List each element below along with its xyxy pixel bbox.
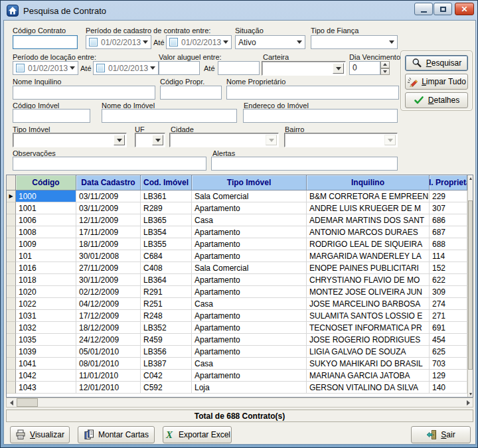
- scroll-left-button[interactable]: [7, 398, 16, 407]
- grid-cell[interactable]: Apartamento: [192, 310, 307, 322]
- table-row[interactable]: ▶100003/11/2009LB361Sala ComercialB&M CO…: [7, 190, 467, 202]
- table-row[interactable]: 104312/01/2010C592LojaGERSON VITALINO DA…: [7, 382, 467, 394]
- grid-cell[interactable]: 17/12/2009: [76, 310, 141, 322]
- grid-cell[interactable]: Apartamento: [192, 202, 307, 214]
- periodo-cadastro-to-datepicker[interactable]: 01/02/2013: [166, 35, 232, 49]
- date-enable-checkbox[interactable]: [96, 64, 105, 72]
- grid-cell[interactable]: R291: [141, 286, 192, 298]
- grid-cell[interactable]: RODRIGO LEAL DE SIQUEIRA: [307, 238, 430, 250]
- grid-cell[interactable]: MARGARIDA WANDERLEY LA: [307, 250, 430, 262]
- limpar-tudo-button[interactable]: Limpar Tudo: [405, 74, 468, 90]
- grid-cell[interactable]: 1042: [16, 370, 76, 382]
- grid-cell[interactable]: MONTEZ JOSE OLIVEIRA JUN: [307, 286, 430, 298]
- endereco-imovel-input[interactable]: [243, 109, 398, 123]
- nome-inquilino-input[interactable]: [13, 86, 155, 100]
- grid-cell[interactable]: GERSON VITALINO DA SILVA: [307, 382, 430, 394]
- grid-cell[interactable]: 1020: [16, 286, 76, 298]
- horizontal-scrollbar[interactable]: [6, 398, 473, 408]
- grid-cell[interactable]: Sala Comercial: [192, 262, 307, 274]
- grid-cell[interactable]: Apartamento: [192, 370, 307, 382]
- table-row[interactable]: 104211/01/2010C042ApartamentoMARIANA GAR…: [7, 370, 467, 382]
- grid-cell[interactable]: 1009: [16, 238, 76, 250]
- grid-cell[interactable]: Apartamento: [192, 286, 307, 298]
- grid-cell[interactable]: 03/11/2009: [76, 202, 141, 214]
- grid-cell[interactable]: Apartamento: [192, 346, 307, 358]
- grid-cell[interactable]: B&M CORRETORA E EMPREENDIMENTOS: [307, 190, 430, 202]
- date-enable-checkbox[interactable]: [89, 38, 98, 46]
- grid-cell[interactable]: 129: [430, 370, 467, 382]
- table-row[interactable]: 102002/12/2009R291ApartamentoMONTEZ JOSE…: [7, 286, 467, 298]
- codigo-contrato-input[interactable]: [13, 35, 78, 49]
- grid-cell[interactable]: 11/01/2010: [76, 370, 141, 382]
- exportar-excel-button[interactable]: X Exportar Excel: [163, 426, 232, 443]
- column-header-data-cadastro[interactable]: Data Cadastro: [76, 175, 141, 190]
- grid-cell[interactable]: C042: [141, 370, 192, 382]
- grid-cell[interactable]: 08/01/2010: [76, 358, 141, 370]
- combo-button[interactable]: [152, 135, 163, 145]
- minimize-button[interactable]: [414, 3, 433, 15]
- periodo-locacao-to-datepicker[interactable]: 01/02/2013: [93, 61, 159, 75]
- detalhes-button[interactable]: Detalhes: [405, 92, 468, 108]
- grid-cell[interactable]: LB354: [141, 226, 192, 238]
- alertas-input[interactable]: [211, 157, 398, 171]
- codigo-propr-input[interactable]: [160, 86, 222, 100]
- grid-cell[interactable]: 1032: [16, 322, 76, 334]
- date-enable-checkbox[interactable]: [16, 64, 25, 72]
- grid-cell[interactable]: 625: [430, 346, 467, 358]
- grid-cell[interactable]: 1031: [16, 310, 76, 322]
- grid-cell[interactable]: 1043: [16, 382, 76, 394]
- grid-cell[interactable]: Apartamento: [192, 250, 307, 262]
- tipo-fianca-select[interactable]: [311, 35, 398, 49]
- scroll-down-button[interactable]: [468, 391, 473, 397]
- grid-cell[interactable]: 1039: [16, 346, 76, 358]
- grid-cell[interactable]: 12/01/2010: [76, 382, 141, 394]
- grid-cell[interactable]: LB361: [141, 190, 192, 202]
- codigo-imovel-input[interactable]: [13, 109, 90, 123]
- grid-cell[interactable]: C684: [141, 250, 192, 262]
- grid-cell[interactable]: 1022: [16, 298, 76, 310]
- grid-cell[interactable]: 271: [430, 310, 467, 322]
- vertical-scrollbar[interactable]: [467, 175, 473, 397]
- grid-cell[interactable]: JOSE ROGERIO RODRIGUES: [307, 334, 430, 346]
- grid-cell[interactable]: LB352: [141, 322, 192, 334]
- column-header-codigo[interactable]: Código: [16, 175, 76, 190]
- montar-cartas-button[interactable]: Montar Cartas: [78, 426, 155, 443]
- grid-cell[interactable]: 30/01/2008: [76, 250, 141, 262]
- grid-cell[interactable]: 12/11/2009: [76, 214, 141, 226]
- column-header-inquilino[interactable]: Inquilino: [307, 175, 430, 190]
- grid-cell[interactable]: 229: [430, 190, 467, 202]
- table-row[interactable]: 103117/12/2009R248ApartamentoSULAMITA SA…: [7, 310, 467, 322]
- visualizar-button[interactable]: Visualizar: [10, 426, 70, 443]
- grid-cell[interactable]: 17/11/2009: [76, 226, 141, 238]
- grid-cell[interactable]: LB355: [141, 238, 192, 250]
- grid-cell[interactable]: 140: [430, 382, 467, 394]
- grid-cell[interactable]: R289: [141, 202, 192, 214]
- sair-button[interactable]: Sair: [411, 426, 471, 443]
- grid-cell[interactable]: 1001: [16, 202, 76, 214]
- grid-cell[interactable]: 1000: [16, 190, 76, 202]
- vertical-scroll-thumb[interactable]: [468, 200, 473, 370]
- grid-cell[interactable]: LIGIA GALVAO DE SOUZA: [307, 346, 430, 358]
- grid-cell[interactable]: 152: [430, 262, 467, 274]
- combo-button[interactable]: [114, 135, 125, 145]
- grid-cell[interactable]: ANTONIO MARCOS DURAES: [307, 226, 430, 238]
- date-enable-checkbox[interactable]: [169, 38, 178, 46]
- grid-cell[interactable]: 686: [430, 214, 467, 226]
- grid-cell[interactable]: 1016: [16, 262, 76, 274]
- table-row[interactable]: 103905/01/2010LB356ApartamentoLIGIA GALV…: [7, 346, 467, 358]
- column-header-cod-imovel[interactable]: Cod. Imóvel: [141, 175, 192, 190]
- grid-cell[interactable]: 18/12/2009: [76, 322, 141, 334]
- grid-cell[interactable]: ANDRE LUIS KRUEGER DE M: [307, 202, 430, 214]
- grid-cell[interactable]: CHRYSTIANO FLAVIO DE MO: [307, 274, 430, 286]
- valor-aluguel-from-input[interactable]: [159, 61, 200, 75]
- grid-cell[interactable]: 02/12/2009: [76, 286, 141, 298]
- grid-cell[interactable]: 1035: [16, 334, 76, 346]
- grid-cell[interactable]: C592: [141, 382, 192, 394]
- table-row[interactable]: 103218/12/2009LB352ApartamentoTECNOSET I…: [7, 322, 467, 334]
- grid-cell[interactable]: 1006: [16, 214, 76, 226]
- grid-cell[interactable]: 691: [430, 322, 467, 334]
- grid-cell[interactable]: C408: [141, 262, 192, 274]
- grid-cell[interactable]: 03/11/2009: [76, 190, 141, 202]
- spin-down-button[interactable]: [380, 68, 390, 76]
- grid-cell[interactable]: LB364: [141, 274, 192, 286]
